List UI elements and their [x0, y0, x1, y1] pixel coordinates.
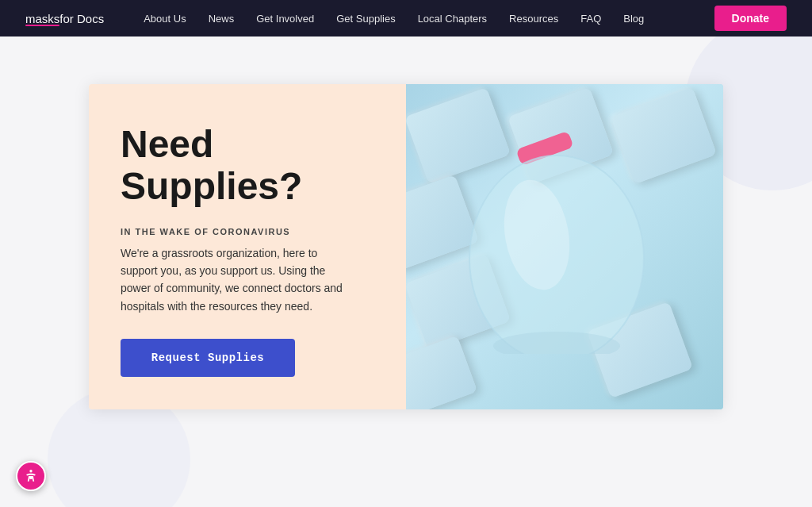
main-content: Need Supplies? IN THE WAKE OF CORONAVIRU…: [0, 36, 812, 507]
hero-title: Need Supplies?: [121, 124, 374, 208]
nav-news[interactable]: News: [197, 13, 246, 25]
hero-body: We're a grassroots organization, here to…: [121, 244, 350, 316]
donate-button[interactable]: Donate: [714, 6, 787, 31]
logo-fordocs: for Docs: [59, 12, 104, 25]
accessibility-button[interactable]: [16, 461, 46, 491]
nav-blog[interactable]: Blog: [612, 13, 655, 25]
hero-left-panel: Need Supplies? IN THE WAKE OF CORONAVIRU…: [89, 84, 406, 409]
nav-get-involved[interactable]: Get Involved: [245, 13, 325, 25]
accessibility-icon: [23, 468, 39, 484]
nav-local-chapters[interactable]: Local Chapters: [407, 13, 498, 25]
hero-image-panel: [406, 84, 723, 409]
navbar: masks for Docs About Us News Get Involve…: [0, 0, 812, 36]
logo[interactable]: masks for Docs: [25, 12, 104, 25]
svg-point-4: [29, 470, 32, 472]
nav-faq[interactable]: FAQ: [569, 13, 612, 25]
nav-get-supplies[interactable]: Get Supplies: [325, 13, 406, 25]
nav-resources[interactable]: Resources: [498, 13, 569, 25]
face-shield-svg: [446, 132, 668, 354]
logo-masks: masks: [25, 12, 59, 25]
hero-section: Need Supplies? IN THE WAKE OF CORONAVIRU…: [89, 84, 723, 409]
nav-links: About Us News Get Involved Get Supplies …: [132, 11, 714, 25]
nav-about-us[interactable]: About Us: [132, 13, 197, 25]
request-supplies-button[interactable]: Request Supplies: [121, 339, 295, 377]
hero-subtitle: IN THE WAKE OF CORONAVIRUS: [121, 227, 374, 236]
